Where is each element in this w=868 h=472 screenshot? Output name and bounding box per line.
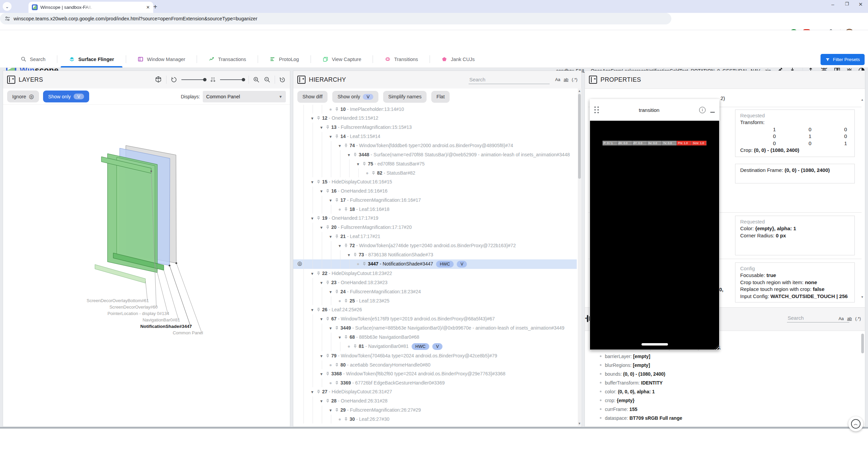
expand-arrow-icon[interactable]: ▼: [345, 152, 353, 158]
tree-row-22[interactable]: ▼22 - HideDisplayCutout:18:23#22: [293, 269, 577, 278]
leaf-bullet-icon[interactable]: ●: [336, 298, 344, 304]
spacing-slider[interactable]: [220, 79, 244, 80]
expand-arrow-icon[interactable]: ▼: [317, 371, 326, 377]
leaf-bullet-icon[interactable]: ●: [327, 380, 335, 386]
expand-arrow-icon[interactable]: ▼: [327, 234, 335, 240]
tab-transactions[interactable]: Transactions: [197, 51, 257, 67]
tree-row-15[interactable]: ▼15 - HideDisplayCutout:16:16#15: [293, 177, 577, 186]
expand-arrow-icon[interactable]: ▼: [317, 188, 326, 194]
tree-row-82[interactable]: ●82 - StatusBar#82: [293, 169, 577, 177]
regex-icon[interactable]: (.*): [855, 316, 861, 321]
tree-row-3448[interactable]: ▼3448 - Surface(name=ed70f88 StatusBar)/…: [293, 150, 577, 159]
tree-row-13[interactable]: ▼13 - FullscreenMagnification:15:15#13: [293, 123, 577, 132]
tab-window-manager[interactable]: Window Manager: [126, 51, 197, 67]
expand-arrow-icon[interactable]: ▼: [336, 243, 344, 249]
browser-tab[interactable]: Winscope | sandbox-FAIL ✕: [28, 2, 153, 13]
url-bar[interactable]: winscope.teams.x20web.corp.google.com/pr…: [0, 13, 671, 24]
tree-row-74[interactable]: ▼74 - WindowToken{fdddbe6 type=2000 andr…: [293, 141, 577, 150]
tree-row-27[interactable]: ▼27 - HideDisplayCutout:26:31#27: [293, 387, 577, 396]
tree-row-3369[interactable]: ●3369 - 67726bf EdgeBackGestureHandler0#…: [293, 378, 577, 387]
layer-label[interactable]: Common Panel: [173, 330, 203, 335]
tab-jank-cujs[interactable]: Jank CUJs: [430, 51, 486, 67]
leaf-bullet-icon[interactable]: ●: [327, 106, 335, 112]
hierarchy-search-input[interactable]: [469, 75, 550, 84]
tab-surface-flinger[interactable]: Surface Flinger: [57, 51, 126, 67]
property-row[interactable]: color: (0, 0, 0), alpha: 1: [590, 387, 858, 396]
property-row[interactable]: barrierLayer: [empty]: [590, 352, 858, 361]
expand-arrow-icon[interactable]: ▼: [308, 115, 316, 121]
flat-chip[interactable]: Flat: [431, 91, 450, 103]
match-case-icon[interactable]: Aa: [839, 316, 844, 321]
leaf-bullet-icon[interactable]: ●: [327, 362, 335, 368]
tree-row-24[interactable]: ▼24 - FullscreenMagnification:18:23#24: [293, 287, 577, 296]
rotate-icon[interactable]: [171, 76, 177, 83]
ignore-chip[interactable]: Ignore◎: [7, 91, 39, 102]
match-word-icon[interactable]: ab: [847, 316, 852, 321]
expand-arrow-icon[interactable]: ▼: [327, 134, 335, 140]
expand-arrow-icon[interactable]: ▼: [317, 398, 326, 404]
new-tab-button[interactable]: +: [153, 3, 157, 11]
zoom-out-icon[interactable]: [264, 76, 271, 83]
expand-arrow-icon[interactable]: ▼: [317, 353, 326, 359]
tree-row-14[interactable]: ▼14 - Leaf:15:15#14: [293, 132, 577, 141]
collapse-panel-icon[interactable]: [587, 315, 588, 322]
tab-search-chevron-icon[interactable]: ⌄: [3, 2, 12, 11]
tree-row-25[interactable]: ●25 - Leaf:18:23#25: [293, 296, 577, 305]
leaf-bullet-icon[interactable]: ●: [363, 170, 371, 176]
leaf-bullet-icon[interactable]: ●: [336, 206, 344, 212]
tree-row-29[interactable]: ▼29 - FullscreenMagnification:26:27#29: [293, 406, 577, 415]
scroll-to-top-button[interactable]: ︿: [848, 416, 863, 431]
tab-transitions[interactable]: Transitions: [373, 51, 429, 67]
tab-view-capture[interactable]: View Capture: [311, 51, 373, 67]
tree-row-72[interactable]: ▼72 - WindowToken{a2746de type=2040 andr…: [293, 241, 577, 250]
filter-presets-button[interactable]: Filter Presets: [821, 54, 865, 65]
expand-arrow-icon[interactable]: ▼: [317, 280, 326, 286]
zoom-in-icon[interactable]: [253, 76, 260, 83]
property-row[interactable]: dataspace: BT709 sRGB Full range: [590, 414, 858, 422]
leaf-bullet-icon[interactable]: ●: [345, 343, 353, 349]
tree-row-80[interactable]: ●80 - ace6abb SecondaryHomeHandle0#80: [293, 360, 577, 369]
tree-row-73[interactable]: ▼73 - 8736138 NotificationShade#73: [293, 250, 577, 259]
expand-arrow-icon[interactable]: ▼: [345, 252, 353, 258]
expand-arrow-icon[interactable]: ▼: [336, 334, 344, 340]
window-restore-button[interactable]: ❐: [845, 1, 849, 6]
tree-row-23[interactable]: ▼23 - OneHanded:18:23#23: [293, 278, 577, 287]
leaf-bullet-icon[interactable]: ●: [336, 416, 344, 422]
tree-row-20[interactable]: ▼20 - FullscreenMagnification:17:17#20: [293, 223, 577, 232]
property-row[interactable]: blurRegions: [empty]: [590, 361, 858, 370]
expand-arrow-icon[interactable]: ▼: [327, 197, 335, 203]
tree-row-3447[interactable]: ●3447 - NotificationShade#3447HWCV◎: [293, 259, 577, 269]
layer-label[interactable]: ScreenDecorOverlayBottom#61: [86, 298, 149, 303]
tree-row-10[interactable]: ●10 - ImePlaceholder:13:14#10: [293, 105, 577, 114]
collapse-panel-icon[interactable]: [589, 76, 597, 84]
expand-arrow-icon[interactable]: ▼: [327, 407, 335, 413]
property-row[interactable]: currFrame: 155: [590, 405, 858, 414]
collapse-panel-icon[interactable]: [297, 76, 305, 84]
expand-arrow-icon[interactable]: ▼: [327, 325, 335, 331]
tree-row-3368[interactable]: ▼3368 - WindowToken{f6b2f60 type=2024 an…: [293, 369, 577, 378]
layer-label[interactable]: PointerLocation - display 0#134: [107, 311, 169, 316]
window-close-button[interactable]: ✕: [859, 1, 863, 7]
visibility-icon[interactable]: ◎: [297, 260, 302, 267]
tree-row-21[interactable]: ▼21 - Leaf:17:17#21: [293, 232, 577, 241]
regex-icon[interactable]: (.*): [572, 77, 577, 82]
property-row[interactable]: bufferTransform: IDENTITY: [590, 378, 858, 387]
show-diff-chip[interactable]: Show diff: [297, 91, 328, 103]
property-row[interactable]: crop: {empty}: [590, 396, 858, 405]
expand-arrow-icon[interactable]: ▼: [308, 215, 316, 221]
leaf-bullet-icon[interactable]: ●: [354, 261, 362, 267]
tree-row-16[interactable]: ▼16 - OneHanded:16:16#16: [293, 186, 577, 196]
show-only-chip[interactable]: Show onlyV: [332, 91, 378, 103]
tree-row-67[interactable]: ▼67 - WindowToken{e5176f9 type=2019 andr…: [293, 314, 577, 323]
expand-arrow-icon[interactable]: ▼: [317, 316, 326, 322]
match-word-icon[interactable]: ab: [564, 77, 568, 82]
reset-view-icon[interactable]: [279, 76, 286, 83]
tree-row-17[interactable]: ▼17 - FullscreenMagnification:16:16#17: [293, 196, 577, 205]
property-row[interactable]: bounds: (0, 0) - (1080, 2400): [590, 370, 858, 378]
simplify-names-chip[interactable]: Simplify names: [383, 91, 427, 103]
rotation-slider[interactable]: [181, 79, 206, 80]
tree-row-19[interactable]: ▼19 - OneHanded:17:17#19: [293, 214, 577, 223]
drag-handle-icon[interactable]: [594, 106, 599, 113]
expand-arrow-icon[interactable]: ▼: [317, 124, 326, 131]
displays-select[interactable]: Common Panel▼: [203, 91, 286, 102]
